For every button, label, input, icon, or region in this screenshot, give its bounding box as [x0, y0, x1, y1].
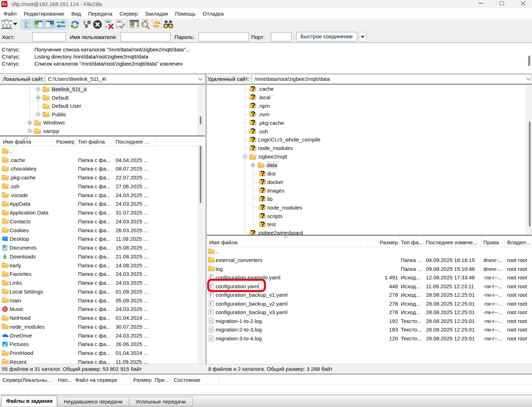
svg-text:Fz: Fz	[2, 2, 7, 6]
